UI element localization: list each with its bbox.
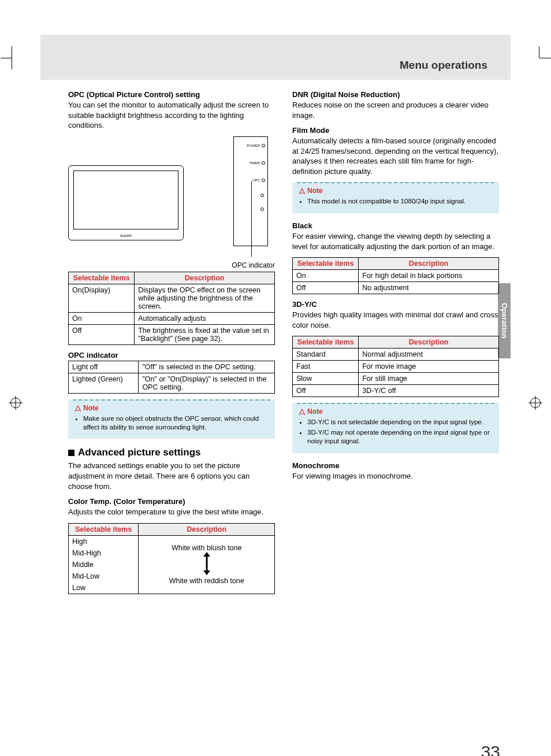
opc-table: Selectable itemsDescription On(Display)D… [68,272,275,345]
note-icon [298,408,306,416]
note-box: Note This model is not compatible to 108… [292,182,499,213]
note-icon [74,405,82,413]
dnr-body: Reduces noise on the screen and produces… [292,100,499,120]
page-number: 33 [481,742,500,756]
tv-logo: SHARP [120,234,132,238]
color-temp-table: Selectable itemsDescription High Mid-Hig… [68,523,275,594]
opc-body: You can set the monitor to automatically… [68,100,275,131]
crop-mark [12,46,35,69]
arrow-up-down-icon [203,552,211,575]
dnr-heading: DNR (Digital Noise Reduction) [292,90,499,99]
header-band: Menu operations [40,35,511,80]
figure-caption: OPC indicator [68,261,275,269]
black-heading: Black [292,221,499,230]
yc-body: Provides high quality images with minima… [292,310,499,330]
opc-figure: SHARP POWER TIMER OPC [68,136,275,258]
film-heading: Film Mode [292,126,499,135]
right-column: DNR (Digital Noise Reduction) Reduces no… [292,90,499,600]
opc-indicator-heading: OPC indicator [68,351,275,360]
yc-heading: 3D-Y/C [292,300,499,309]
advanced-heading: Advanced picture settings [68,447,275,458]
black-table: Selectable itemsDescription OnFor high d… [292,257,499,294]
opc-heading: OPC (Optical Picture Control) setting [68,90,275,99]
opc-indicator-table: Light off"Off" is selected in the OPC se… [68,361,275,394]
bullet-square-icon [68,450,75,456]
note-box: Note 3D-Y/C is not selectable depending … [292,403,499,453]
mono-heading: Monochrome [292,461,499,470]
color-temp-body: Adjusts the color temperature to give th… [68,507,275,517]
crop-mark [516,46,539,69]
color-temp-heading: Color Temp. (Color Temperature) [68,497,275,506]
mono-body: For viewing images in monochrome. [292,471,499,481]
advanced-body: The advanced settings enable you to set … [68,461,275,491]
black-body: For easier viewing, change the viewing d… [292,231,499,251]
note-icon [298,187,306,195]
yc-table: Selectable itemsDescription StandardNorm… [292,336,499,397]
film-body: Automatically detects a film-based sourc… [292,136,499,176]
page-title: Menu operations [400,59,487,72]
left-column: OPC (Optical Picture Control) setting Yo… [68,90,275,600]
note-box: Note Make sure no object obstructs the O… [68,399,275,439]
